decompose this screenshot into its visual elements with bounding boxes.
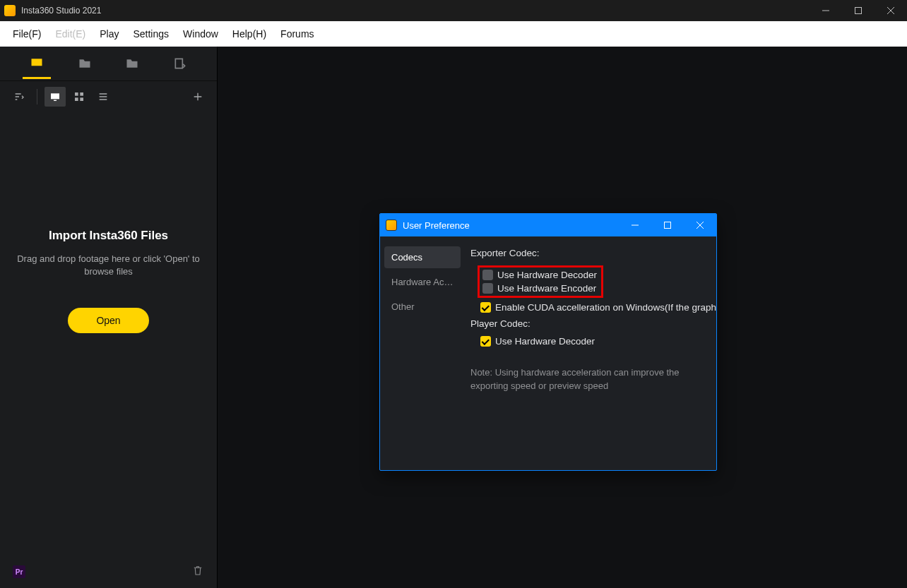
view-grid-button[interactable] xyxy=(69,87,90,107)
dialog-app-icon xyxy=(386,220,397,231)
dialog-minimize-button[interactable] xyxy=(619,214,651,236)
svg-rect-11 xyxy=(665,222,671,229)
dialog-sidebar: Codecs Hardware Acc... Other xyxy=(380,236,465,470)
empty-subtext: Drag and drop footage here or click 'Ope… xyxy=(13,253,204,278)
view-list-button[interactable] xyxy=(93,87,114,107)
svg-rect-9 xyxy=(80,97,83,101)
list-icon xyxy=(97,91,109,102)
svg-rect-6 xyxy=(75,92,78,96)
checkbox-hw-encoder-label: Use Hardware Encoder xyxy=(497,283,596,294)
export-list-icon xyxy=(173,56,187,71)
checkbox-hw-decoder[interactable] xyxy=(482,270,493,280)
checkbox-cuda-row[interactable]: Enable CUDA accelleration on Windows(If … xyxy=(480,302,708,313)
dialog-content: Exporter Codec: Use Hardware Decoder Use… xyxy=(465,236,716,470)
maximize-icon xyxy=(664,222,671,229)
exporter-codec-label: Exporter Codec: xyxy=(470,248,708,258)
checkbox-hw-decoder-label: Use Hardware Decoder xyxy=(497,270,597,280)
star-folder-icon xyxy=(125,56,139,71)
pref-tab-codecs[interactable]: Codecs xyxy=(384,246,461,268)
highlighted-options: Use Hardware Decoder Use Hardware Encode… xyxy=(478,265,603,298)
plus-icon xyxy=(192,91,203,102)
tab-library[interactable] xyxy=(71,49,99,78)
tab-media[interactable] xyxy=(23,49,51,78)
dialog-close-button[interactable] xyxy=(684,214,716,236)
grid-icon xyxy=(73,91,85,102)
add-media-button[interactable] xyxy=(187,87,208,107)
maximize-icon xyxy=(855,7,862,14)
codec-note: Note: Using hardware acceleration can im… xyxy=(470,366,689,393)
thumbnail-icon xyxy=(49,91,61,102)
sort-icon xyxy=(13,91,25,102)
menu-settings[interactable]: Settings xyxy=(133,28,169,40)
close-icon xyxy=(887,7,894,14)
minimize-icon xyxy=(632,222,639,229)
dialog-title: User Preference xyxy=(403,220,470,231)
pref-tab-hardware[interactable]: Hardware Acc... xyxy=(384,271,461,293)
menu-help[interactable]: Help(H) xyxy=(232,28,266,40)
menu-file[interactable]: File(F) xyxy=(13,28,41,40)
folder-icon xyxy=(78,56,92,71)
checkbox-cuda-label: Enable CUDA accelleration on Windows(If … xyxy=(495,302,716,313)
sidebar-toolbar xyxy=(0,81,217,112)
checkbox-cuda[interactable] xyxy=(480,302,491,313)
window-minimize-button[interactable] xyxy=(810,0,842,21)
app-titlebar: Insta360 Studio 2021 xyxy=(0,0,907,21)
checkbox-player-decoder[interactable] xyxy=(480,336,491,347)
dialog-maximize-button[interactable] xyxy=(651,214,684,236)
preferences-dialog: User Preference Codecs Hardware Acc... O… xyxy=(379,213,717,471)
tab-favorites[interactable] xyxy=(118,49,146,78)
player-codec-label: Player Codec: xyxy=(470,318,708,329)
svg-rect-8 xyxy=(75,97,78,101)
minimize-icon xyxy=(822,7,829,14)
close-icon xyxy=(696,222,704,229)
checkbox-hw-encoder-row[interactable]: Use Hardware Encoder xyxy=(482,283,597,294)
empty-state: Import Insta360 Files Drag and drop foot… xyxy=(0,112,217,556)
checkbox-hw-encoder[interactable] xyxy=(482,283,493,294)
checkbox-player-decoder-row[interactable]: Use Hardware Decoder xyxy=(480,336,708,347)
window-maximize-button[interactable] xyxy=(842,0,875,21)
trash-icon xyxy=(191,564,204,577)
menu-bar: File(F) Edit(E) Play Settings Window Hel… xyxy=(0,21,907,47)
monitor-icon xyxy=(30,56,44,71)
pref-tab-other[interactable]: Other xyxy=(384,296,461,318)
view-thumbnail-button[interactable] xyxy=(45,87,66,107)
app-logo-icon xyxy=(4,5,16,16)
menu-window[interactable]: Window xyxy=(183,28,218,40)
open-button[interactable]: Open xyxy=(68,308,148,333)
tab-export-queue[interactable] xyxy=(166,49,194,78)
empty-heading: Import Insta360 Files xyxy=(49,229,168,243)
premiere-icon[interactable]: Pr xyxy=(13,565,25,578)
dialog-titlebar: User Preference xyxy=(380,214,716,236)
checkbox-player-decoder-label: Use Hardware Decoder xyxy=(495,336,595,347)
menu-edit: Edit(E) xyxy=(55,28,85,40)
menu-play[interactable]: Play xyxy=(100,28,119,40)
app-title: Insta360 Studio 2021 xyxy=(21,6,101,16)
sidebar: Import Insta360 Files Drag and drop foot… xyxy=(0,47,218,588)
menu-forums[interactable]: Forums xyxy=(280,28,314,40)
svg-rect-4 xyxy=(51,93,59,99)
sidebar-tabstrip xyxy=(0,47,217,80)
checkbox-hw-decoder-row[interactable]: Use Hardware Decoder xyxy=(482,270,597,280)
svg-rect-5 xyxy=(54,100,57,101)
window-close-button[interactable] xyxy=(875,0,907,21)
sort-button[interactable] xyxy=(8,87,30,107)
svg-rect-1 xyxy=(855,8,862,14)
trash-button[interactable] xyxy=(191,564,204,580)
sidebar-footer: Pr xyxy=(0,556,217,588)
svg-rect-7 xyxy=(80,92,83,96)
